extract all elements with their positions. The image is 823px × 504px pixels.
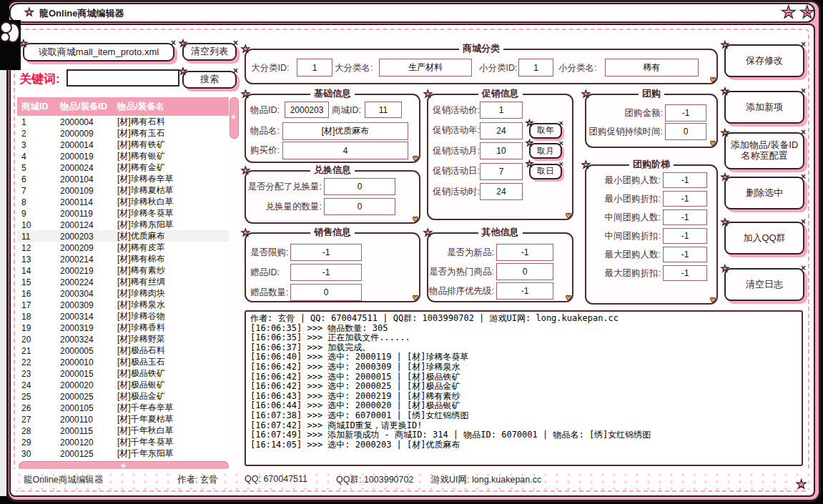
big-id-input[interactable]	[297, 59, 332, 76]
field-input[interactable]	[663, 209, 707, 225]
search-button[interactable]: ★ × 搜索	[182, 71, 237, 89]
cell-item-id: 2000124	[56, 220, 113, 230]
table-row[interactable]: 18 2000314 [材]珍稀谷物	[17, 310, 229, 322]
table-row[interactable]: 23 2000015 [材]极品铁矿	[17, 367, 229, 379]
action-button[interactable]: ★ × 删除选中	[724, 177, 804, 209]
field-label: 最小团购折扣:	[605, 193, 661, 205]
field-input[interactable]	[480, 122, 523, 139]
table-row[interactable]: 25 2000025 [材]极品金矿	[17, 390, 229, 402]
field-input[interactable]	[290, 244, 362, 261]
item-name-input[interactable]	[282, 122, 408, 140]
table-row[interactable]: 8 2000114 [材]珍稀秋白草	[17, 196, 229, 207]
field-input[interactable]	[663, 191, 707, 207]
box-heart-icon: ♥	[413, 214, 418, 224]
big-name-input[interactable]	[379, 59, 472, 76]
field-input[interactable]	[496, 263, 553, 280]
action-button[interactable]: ★ × 添加新项	[724, 91, 804, 124]
cell-item-name: [材]珍稀肉块	[113, 287, 229, 300]
log-output[interactable]: 作者: 玄骨 | QQ: 670047511 | QQ群: 1003990702…	[245, 310, 803, 466]
promo-title: 促销信息	[478, 89, 523, 98]
field-input[interactable]	[290, 284, 362, 301]
field-label: 促销活动时:	[433, 186, 480, 198]
field-input[interactable]	[480, 142, 523, 159]
table-row[interactable]: 19 2000319 [材]珍稀香料	[17, 322, 229, 333]
table-row[interactable]: 7 2000109 [材]珍稀夏枯草	[17, 184, 229, 196]
table-row[interactable]: 28 2000115 [材]千年秋白草	[17, 425, 229, 436]
table-row[interactable]: 17 2000309 [材]珍稀泉水	[17, 299, 229, 310]
table-row[interactable]: 16 2000304 [材]珍稀肉块	[17, 287, 229, 299]
field-label: 促销活动月:	[433, 145, 480, 157]
cell-item-name: [材]千年夏枯草	[113, 413, 229, 425]
keyword-input[interactable]	[66, 69, 179, 87]
box-star-icon: ★	[581, 159, 591, 169]
mall-id-input[interactable]	[365, 102, 402, 118]
field-input[interactable]	[496, 244, 553, 261]
action-button[interactable]: ★ × 清空日志	[724, 268, 804, 301]
field-input[interactable]	[480, 183, 523, 200]
field-input[interactable]	[663, 247, 707, 262]
item-table-header: 商城ID 物品/装备ID 物品/装备名	[17, 97, 229, 116]
field-input[interactable]	[665, 104, 706, 122]
table-row[interactable]: 6 2000104 [材]珍稀春辛草	[17, 173, 229, 184]
field-input[interactable]	[480, 102, 523, 119]
date-pick-button[interactable]: ★ × 取年	[529, 123, 562, 139]
table-row[interactable]: 2 2000009 [材]稀有玉石	[17, 127, 229, 139]
table-row[interactable]: 11 2000203 [材]优质麻布	[17, 230, 229, 242]
price-input[interactable]	[282, 142, 408, 159]
field-input[interactable]	[290, 264, 362, 281]
action-button[interactable]: ★ × 保存修改	[724, 44, 804, 77]
status-app-name: 龍Online商城编辑器	[24, 474, 103, 486]
table-row[interactable]: 9 2000119 [材]珍稀冬葵草	[17, 207, 229, 219]
field-input[interactable]	[480, 163, 523, 180]
field-input[interactable]	[663, 265, 707, 281]
table-vertical-scrollbar[interactable]	[230, 97, 239, 139]
cell-item-id: 2000104	[56, 174, 113, 184]
cell-item-id: 2000319	[56, 323, 113, 333]
cell-item-name: [材]珍稀春辛草	[113, 173, 229, 185]
cell-mall-id: 1	[17, 117, 56, 127]
cell-item-id: 2000120	[56, 438, 113, 448]
table-row[interactable]: 29 2000120 [材]千年冬葵草	[17, 436, 229, 448]
table-row[interactable]: 12 2000209 [材]稀有皮革	[17, 242, 229, 253]
desktop-notch	[0, 0, 9, 21]
action-button[interactable]: ★ × 加入QQ群	[724, 222, 804, 255]
button-x-icon: ×	[801, 40, 806, 50]
small-id-input[interactable]	[518, 59, 553, 76]
clear-list-button[interactable]: ★ × 清空列表	[182, 43, 237, 61]
table-row[interactable]: 1 2000004 [材]稀有石料	[17, 116, 229, 127]
table-row[interactable]: 24 2000020 [材]极品银矿	[17, 379, 229, 390]
field-input[interactable]	[663, 228, 707, 244]
table-row[interactable]: 4 2000019 [材]稀有银矿	[17, 150, 229, 162]
date-pick-button[interactable]: ★ × 取日	[529, 164, 562, 179]
cell-item-name: [材]珍稀夏枯草	[113, 184, 229, 197]
item-id-input[interactable]	[285, 102, 329, 118]
table-row[interactable]: 15 2000224 [材]稀有丝绸	[17, 276, 229, 287]
table-row[interactable]: 13 2000214 [材]稀有棉布	[17, 253, 229, 265]
table-row[interactable]: 26 2000105 [材]千年春辛草	[17, 402, 229, 413]
field-label: 赠品ID:	[250, 267, 290, 279]
table-row[interactable]: 14 2000219 [材]稀有素纱	[17, 265, 229, 276]
field-row: 是否分配了兑换量:	[246, 178, 419, 195]
field-input[interactable]	[324, 178, 395, 195]
item-table-body: 1 2000004 [材]稀有石料 2 2000009 [材]稀有玉石 3 20…	[17, 116, 229, 459]
table-row[interactable]: 3 2000014 [材]稀有铁矿	[17, 139, 229, 150]
table-row[interactable]: 10 2000124 [材]珍稀东阳草	[17, 219, 229, 230]
table-row[interactable]: 20 2000324 [材]珍稀野菜	[17, 333, 229, 345]
field-input[interactable]	[665, 123, 706, 140]
desktop-edge	[0, 70, 6, 496]
field-row: 赠品数量:	[246, 284, 419, 301]
action-button[interactable]: ★ × 添加物品/装备ID名称至配置	[724, 132, 804, 169]
table-row[interactable]: 22 2000010 [材]极品玉石	[17, 356, 229, 367]
table-row[interactable]: 27 2000110 [材]千年夏枯草	[17, 413, 229, 425]
table-row[interactable]: 5 2000024 [材]稀有金矿	[17, 162, 229, 173]
load-xml-button[interactable]: ★ × 读取商城mall_item_proto.xml	[23, 43, 174, 61]
field-input[interactable]	[324, 198, 395, 215]
table-row[interactable]: 30 2000125 [材]千年东阳草	[17, 448, 229, 459]
date-pick-button[interactable]: ★ × 取月	[529, 143, 562, 159]
small-name-input[interactable]	[605, 59, 699, 76]
field-input[interactable]	[496, 282, 553, 300]
button-star-icon: ★	[179, 66, 187, 76]
field-input[interactable]	[663, 172, 707, 188]
table-row[interactable]: 21 2000005 [材]极品石料	[17, 345, 229, 356]
cell-item-id: 2000219	[56, 266, 113, 276]
